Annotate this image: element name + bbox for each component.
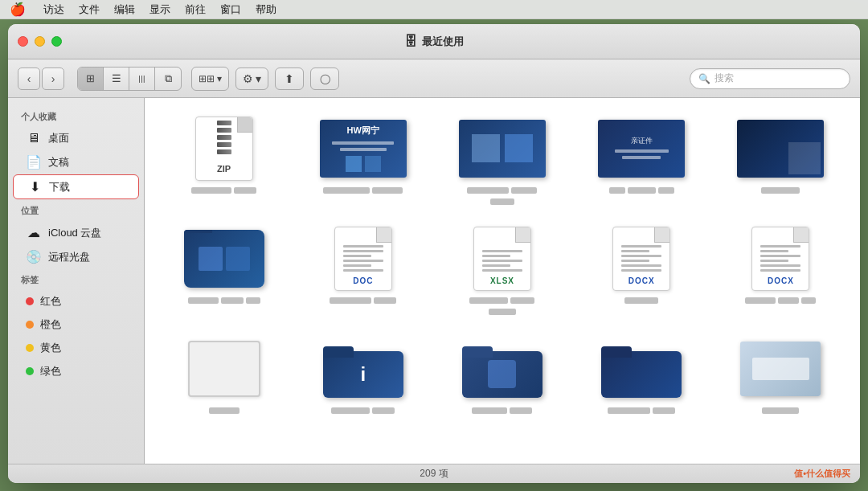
location-label: 位置 bbox=[8, 200, 144, 220]
main-content: 个人收藏 🖥 桌面 📄 文稿 ⬇ 下载 位置 ☁ iCloud 云盘 💿 远程光… bbox=[8, 98, 860, 464]
minimize-button[interactable] bbox=[35, 36, 45, 47]
file-item-zip[interactable]: ZIP bbox=[158, 111, 290, 208]
search-icon: 🔍 bbox=[698, 73, 710, 84]
view-icon-button[interactable]: ⊞ bbox=[78, 68, 104, 90]
file-item-folder4[interactable] bbox=[575, 331, 708, 417]
docx1-icon: DOCX bbox=[612, 227, 670, 291]
menu-help[interactable]: 帮助 bbox=[256, 2, 276, 17]
apple-menu[interactable]: 🍎 bbox=[10, 2, 26, 17]
file-item-doc[interactable]: DOC bbox=[297, 221, 429, 318]
file-item-xlsx[interactable]: XLSX bbox=[436, 221, 568, 318]
file-item-docx2[interactable]: DOCX bbox=[714, 221, 847, 318]
maximize-button[interactable] bbox=[51, 36, 62, 47]
blue-folder1-icon bbox=[184, 230, 264, 288]
sidebar-item-desktop[interactable]: 🖥 桌面 bbox=[13, 127, 139, 149]
view-column-button[interactable]: ⫼ bbox=[129, 68, 155, 90]
blue-ppt2-icon bbox=[459, 120, 546, 178]
file-name-xlsx bbox=[469, 297, 534, 304]
sidebar-item-documents[interactable]: 📄 文稿 bbox=[13, 150, 139, 174]
tag-button[interactable]: ◯ bbox=[310, 68, 339, 90]
file-item-folder1[interactable] bbox=[158, 221, 290, 318]
sidebar-item-downloads[interactable]: ⬇ 下载 bbox=[13, 174, 139, 199]
menu-finder[interactable]: 访达 bbox=[43, 2, 64, 17]
search-placeholder: 搜索 bbox=[714, 72, 734, 85]
title-label: 最近使用 bbox=[422, 35, 464, 49]
blue-folder5-icon bbox=[740, 342, 821, 396]
file-name-folder3 bbox=[472, 407, 532, 414]
group-view-buttons: ⊞⊞ ▾ bbox=[191, 67, 229, 91]
file-item-ppt1[interactable]: HW网宁 bbox=[297, 111, 429, 208]
forward-button[interactable]: › bbox=[42, 68, 64, 90]
blue-ppt4-icon bbox=[737, 120, 824, 178]
downloads-icon: ⬇ bbox=[27, 179, 43, 194]
file-name-zip bbox=[191, 187, 256, 194]
watermark: 值•什么值得买 bbox=[794, 468, 850, 480]
sidebar-item-icloud[interactable]: ☁ iCloud 云盘 bbox=[13, 221, 139, 244]
preview-icon bbox=[188, 341, 260, 397]
menu-view[interactable]: 显示 bbox=[149, 2, 170, 17]
blue-ppt3-icon: 亲证件 bbox=[598, 120, 685, 178]
view-mode-buttons: ⊞ ☰ ⫼ ⧉ bbox=[77, 67, 182, 91]
menu-bar: 🍎 访达 文件 编辑 显示 前往 窗口 帮助 bbox=[0, 0, 868, 19]
sidebar-item-remote-disc[interactable]: 💿 远程光盘 bbox=[13, 245, 139, 268]
file-name-ppt4 bbox=[761, 187, 800, 194]
title-icon: 🗄 bbox=[404, 35, 417, 49]
gear-chevron: ▾ bbox=[256, 72, 261, 85]
downloads-label: 下载 bbox=[49, 180, 70, 194]
ppt2-thumb bbox=[458, 114, 547, 182]
file-name-preview bbox=[209, 407, 240, 414]
gear-icon: ⚙ bbox=[243, 72, 253, 85]
icloud-icon: ☁ bbox=[26, 225, 42, 240]
orange-tag-label: 橙色 bbox=[40, 317, 61, 332]
file-item-folder5[interactable] bbox=[714, 331, 847, 417]
view-list-button[interactable]: ☰ bbox=[104, 68, 129, 90]
menu-edit[interactable]: 编辑 bbox=[114, 2, 135, 17]
finder-window: 🗄 最近使用 ‹ › ⊞ ☰ ⫼ ⧉ ⊞⊞ ▾ ⚙ ▾ ⬆ ◯ 🔍 bbox=[8, 24, 860, 483]
yellow-tag-dot bbox=[26, 344, 34, 352]
menu-go[interactable]: 前往 bbox=[185, 2, 206, 17]
file-item-folder3[interactable] bbox=[436, 331, 568, 417]
disc-icon: 💿 bbox=[26, 249, 42, 264]
menu-file[interactable]: 文件 bbox=[79, 2, 100, 17]
red-tag-dot bbox=[26, 297, 34, 305]
red-tag-label: 红色 bbox=[40, 294, 61, 309]
file-item-preview[interactable] bbox=[158, 331, 290, 417]
file-item-docx1[interactable]: DOCX bbox=[575, 221, 708, 318]
action-button[interactable]: ⚙ ▾ bbox=[235, 68, 268, 90]
file-name-docx1 bbox=[624, 297, 658, 304]
share-button[interactable]: ⬆ bbox=[275, 68, 304, 90]
sidebar-item-tag-orange[interactable]: 橙色 bbox=[13, 313, 139, 336]
file-name-folder1 bbox=[188, 297, 260, 304]
file-item-folder2[interactable]: i bbox=[297, 331, 429, 417]
file-area: ZIP HW网宁 bbox=[145, 98, 860, 464]
back-button[interactable]: ‹ bbox=[18, 68, 40, 90]
file-item-ppt4[interactable] bbox=[714, 111, 847, 208]
blue-ppt1-icon: HW网宁 bbox=[320, 120, 407, 178]
file-item-ppt2[interactable] bbox=[436, 111, 568, 208]
xlsx-thumb: XLSX bbox=[458, 224, 547, 293]
ppt1-thumb: HW网宁 bbox=[319, 114, 407, 182]
view-cover-button[interactable]: ⧉ bbox=[155, 68, 181, 90]
menu-window[interactable]: 窗口 bbox=[220, 2, 241, 17]
sidebar-item-tag-yellow[interactable]: 黄色 bbox=[13, 337, 139, 359]
ppt4-thumb bbox=[736, 114, 825, 182]
nav-buttons: ‹ › bbox=[18, 68, 64, 90]
file-name-folder2 bbox=[331, 407, 395, 414]
folder3-thumb bbox=[458, 334, 547, 403]
file-name-xlsx-sub bbox=[489, 309, 516, 315]
sidebar-item-tag-red[interactable]: 红色 bbox=[13, 290, 139, 313]
sidebar-item-tag-green[interactable]: 绿色 bbox=[13, 360, 139, 383]
file-item-ppt3[interactable]: 亲证件 bbox=[575, 111, 708, 208]
file-name-folder5 bbox=[762, 407, 799, 414]
doc-thumb: DOC bbox=[319, 224, 407, 293]
arrange-button[interactable]: ⊞⊞ ▾ bbox=[192, 68, 228, 90]
zip-thumb: ZIP bbox=[180, 114, 268, 182]
file-name-ppt1 bbox=[323, 187, 403, 194]
close-button[interactable] bbox=[18, 36, 28, 47]
search-box[interactable]: 🔍 搜索 bbox=[690, 68, 850, 89]
toolbar: ‹ › ⊞ ☰ ⫼ ⧉ ⊞⊞ ▾ ⚙ ▾ ⬆ ◯ 🔍 搜索 bbox=[8, 59, 860, 98]
sidebar: 个人收藏 🖥 桌面 📄 文稿 ⬇ 下载 位置 ☁ iCloud 云盘 💿 远程光… bbox=[8, 98, 145, 464]
disc-label: 远程光盘 bbox=[48, 250, 90, 264]
folder4-thumb bbox=[597, 334, 686, 403]
doc-icon: DOC bbox=[334, 227, 392, 291]
